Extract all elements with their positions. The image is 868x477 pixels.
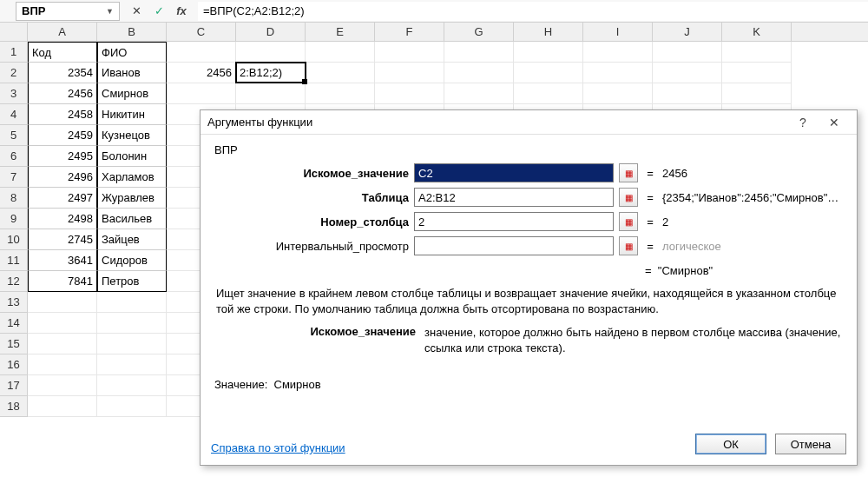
cell[interactable] <box>97 292 167 313</box>
cell[interactable] <box>653 83 722 104</box>
cell[interactable] <box>167 42 236 63</box>
cell[interactable]: 2498 <box>28 209 97 229</box>
close-icon[interactable]: ✕ <box>819 111 850 134</box>
column-header[interactable]: K <box>722 23 792 41</box>
cell[interactable] <box>653 63 722 83</box>
cell[interactable] <box>722 42 792 63</box>
range-selector-icon[interactable]: ▦ <box>619 236 638 255</box>
row-header[interactable]: 9 <box>0 209 27 229</box>
cell[interactable]: Журавлев <box>97 188 167 209</box>
cell[interactable] <box>97 313 167 334</box>
cell[interactable] <box>444 63 514 83</box>
column-header[interactable]: J <box>653 23 722 41</box>
cell[interactable]: Петров <box>97 271 167 292</box>
row-header[interactable]: 10 <box>0 229 27 250</box>
cell[interactable] <box>97 396 167 417</box>
cell[interactable] <box>28 396 97 417</box>
argument-input[interactable] <box>414 236 614 255</box>
cell[interactable]: Иванов <box>97 63 167 83</box>
argument-input[interactable] <box>414 188 614 207</box>
row-header[interactable]: 1 <box>0 42 27 63</box>
row-header[interactable]: 16 <box>0 354 27 375</box>
cell[interactable]: 2:B12;2) <box>236 63 306 83</box>
help-link[interactable]: Справка по этой функции <box>211 441 345 454</box>
cell[interactable]: Болонин <box>97 146 167 167</box>
cell[interactable] <box>97 375 167 396</box>
row-header[interactable]: 5 <box>0 125 27 146</box>
cell[interactable] <box>306 63 375 83</box>
argument-input[interactable] <box>414 163 614 182</box>
row-header[interactable]: 11 <box>0 250 27 271</box>
row-header[interactable]: 7 <box>0 167 27 188</box>
cell[interactable]: Кузнецов <box>97 125 167 146</box>
row-header[interactable]: 17 <box>0 375 27 396</box>
row-header[interactable]: 3 <box>0 83 27 104</box>
cell[interactable]: 2745 <box>28 229 97 250</box>
cell[interactable]: 2458 <box>28 104 97 125</box>
range-selector-icon[interactable]: ▦ <box>619 212 638 231</box>
column-header[interactable]: I <box>583 23 653 41</box>
column-header[interactable]: E <box>306 23 375 41</box>
cell[interactable]: ФИО <box>97 42 167 63</box>
column-header[interactable]: A <box>28 23 97 41</box>
range-selector-icon[interactable]: ▦ <box>619 188 638 207</box>
cell[interactable] <box>514 83 583 104</box>
cell[interactable] <box>236 42 306 63</box>
name-box[interactable]: ВПР ▼ <box>16 2 120 21</box>
accept-formula-icon[interactable]: ✓ <box>151 3 167 19</box>
row-header[interactable]: 4 <box>0 104 27 125</box>
cell[interactable] <box>444 83 514 104</box>
argument-input[interactable] <box>414 212 614 231</box>
cell[interactable] <box>28 375 97 396</box>
cell[interactable] <box>583 83 653 104</box>
cell[interactable] <box>28 354 97 375</box>
cell[interactable]: 2495 <box>28 146 97 167</box>
name-box-dropdown-icon[interactable]: ▼ <box>106 7 114 16</box>
cell[interactable]: 2496 <box>28 167 97 188</box>
cancel-formula-icon[interactable]: ✕ <box>128 3 144 19</box>
column-header[interactable]: F <box>375 23 444 41</box>
row-header[interactable]: 8 <box>0 188 27 209</box>
row-header[interactable]: 15 <box>0 334 27 354</box>
select-all-corner[interactable] <box>0 23 28 41</box>
dialog-titlebar[interactable]: Аргументы функции ? ✕ <box>201 110 857 135</box>
row-header[interactable]: 6 <box>0 146 27 167</box>
cell[interactable] <box>97 354 167 375</box>
cell[interactable] <box>514 63 583 83</box>
cell[interactable]: 2497 <box>28 188 97 209</box>
cell[interactable] <box>375 42 444 63</box>
cell[interactable]: Харламов <box>97 167 167 188</box>
cell[interactable]: Смирнов <box>97 83 167 104</box>
cell[interactable]: Васильев <box>97 209 167 229</box>
cell[interactable] <box>28 334 97 354</box>
cancel-button[interactable]: Отмена <box>775 434 846 454</box>
cell[interactable] <box>28 313 97 334</box>
cell[interactable] <box>722 63 792 83</box>
column-header[interactable]: H <box>514 23 583 41</box>
row-header[interactable]: 18 <box>0 396 27 417</box>
cell[interactable]: Код <box>28 42 97 63</box>
cell[interactable] <box>444 42 514 63</box>
cell[interactable]: 2354 <box>28 63 97 83</box>
cell[interactable]: Сидоров <box>97 250 167 271</box>
row-header[interactable]: 14 <box>0 313 27 334</box>
cell[interactable] <box>306 42 375 63</box>
cell[interactable]: 2459 <box>28 125 97 146</box>
help-icon[interactable]: ? <box>787 111 819 134</box>
ok-button[interactable]: ОК <box>695 434 766 454</box>
cell[interactable] <box>167 83 236 104</box>
cell[interactable] <box>583 42 653 63</box>
column-header[interactable]: C <box>167 23 236 41</box>
column-header[interactable]: D <box>236 23 306 41</box>
row-header[interactable]: 2 <box>0 63 27 83</box>
cell[interactable] <box>653 42 722 63</box>
cell[interactable]: Зайцев <box>97 229 167 250</box>
cell[interactable] <box>97 334 167 354</box>
cell[interactable] <box>28 292 97 313</box>
row-header[interactable]: 12 <box>0 271 27 292</box>
insert-function-icon[interactable]: fx <box>174 3 189 19</box>
cell[interactable] <box>583 63 653 83</box>
cell[interactable] <box>722 83 792 104</box>
row-header[interactable]: 13 <box>0 292 27 313</box>
formula-input[interactable]: =ВПР(C2;A2:B12;2) <box>198 2 868 21</box>
